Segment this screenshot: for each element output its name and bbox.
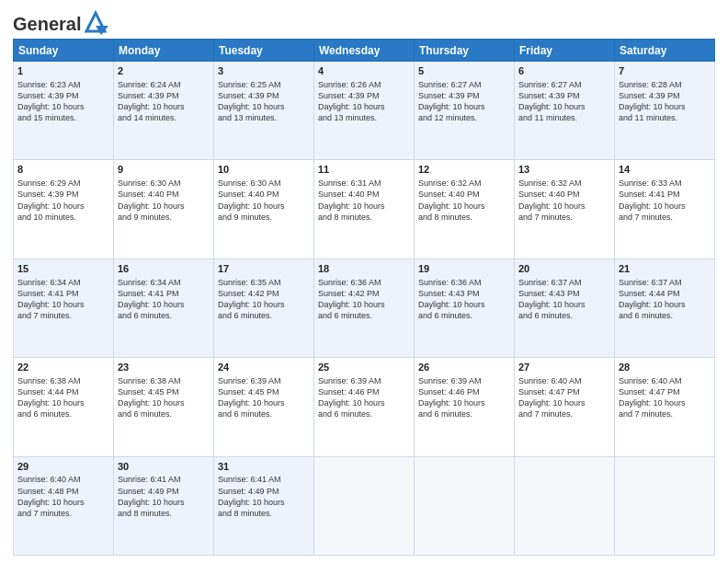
calendar-cell	[515, 456, 615, 555]
day-info: Sunrise: 6:32 AMSunset: 4:40 PMDaylight:…	[518, 178, 610, 223]
day-number: 19	[418, 262, 510, 276]
calendar-cell	[314, 456, 415, 555]
calendar-cell: 19Sunrise: 6:36 AMSunset: 4:43 PMDayligh…	[415, 259, 515, 357]
day-info: Sunrise: 6:36 AMSunset: 4:42 PMDaylight:…	[318, 277, 410, 322]
calendar-cell: 3Sunrise: 6:25 AMSunset: 4:39 PMDaylight…	[214, 62, 314, 160]
day-info: Sunrise: 6:29 AMSunset: 4:39 PMDaylight:…	[17, 178, 109, 223]
calendar-week-2: 8Sunrise: 6:29 AMSunset: 4:39 PMDaylight…	[14, 160, 715, 259]
day-number: 27	[518, 361, 610, 374]
day-info: Sunrise: 6:26 AMSunset: 4:39 PMDaylight:…	[318, 79, 410, 124]
col-header-saturday: Saturday	[615, 40, 715, 62]
calendar-cell: 12Sunrise: 6:32 AMSunset: 4:40 PMDayligh…	[415, 160, 515, 259]
calendar-cell: 26Sunrise: 6:39 AMSunset: 4:46 PMDayligh…	[415, 358, 515, 456]
calendar-cell: 15Sunrise: 6:34 AMSunset: 4:41 PMDayligh…	[14, 259, 114, 357]
day-info: Sunrise: 6:37 AMSunset: 4:44 PMDaylight:…	[619, 277, 711, 322]
day-info: Sunrise: 6:39 AMSunset: 4:46 PMDaylight:…	[418, 375, 510, 420]
calendar-cell: 22Sunrise: 6:38 AMSunset: 4:44 PMDayligh…	[14, 358, 114, 456]
day-number: 16	[118, 262, 210, 276]
day-info: Sunrise: 6:38 AMSunset: 4:45 PMDaylight:…	[118, 375, 210, 420]
day-number: 30	[118, 460, 210, 474]
logo-text-general: General	[13, 14, 81, 34]
calendar-cell	[615, 456, 715, 555]
calendar-cell: 30Sunrise: 6:41 AMSunset: 4:49 PMDayligh…	[114, 456, 214, 555]
calendar-cell: 1Sunrise: 6:23 AMSunset: 4:39 PMDaylight…	[14, 62, 114, 160]
calendar-cell: 31Sunrise: 6:41 AMSunset: 4:49 PMDayligh…	[214, 456, 314, 555]
day-number: 21	[619, 262, 711, 276]
day-info: Sunrise: 6:32 AMSunset: 4:40 PMDaylight:…	[418, 178, 510, 223]
day-number: 15	[17, 262, 109, 276]
day-number: 18	[318, 262, 410, 276]
day-number: 17	[218, 262, 310, 276]
day-info: Sunrise: 6:23 AMSunset: 4:39 PMDaylight:…	[17, 79, 109, 124]
day-info: Sunrise: 6:34 AMSunset: 4:41 PMDaylight:…	[17, 277, 109, 322]
day-info: Sunrise: 6:27 AMSunset: 4:39 PMDaylight:…	[518, 79, 610, 124]
calendar-cell: 21Sunrise: 6:37 AMSunset: 4:44 PMDayligh…	[615, 259, 715, 357]
day-number: 9	[118, 163, 210, 177]
calendar-cell: 28Sunrise: 6:40 AMSunset: 4:47 PMDayligh…	[615, 358, 715, 456]
calendar-cell: 25Sunrise: 6:39 AMSunset: 4:46 PMDayligh…	[314, 358, 415, 456]
calendar-cell: 20Sunrise: 6:37 AMSunset: 4:43 PMDayligh…	[515, 259, 615, 357]
day-info: Sunrise: 6:37 AMSunset: 4:43 PMDaylight:…	[518, 277, 610, 322]
day-number: 28	[619, 361, 711, 374]
logo: General	[13, 13, 108, 35]
day-info: Sunrise: 6:24 AMSunset: 4:39 PMDaylight:…	[118, 79, 210, 124]
day-number: 6	[518, 64, 610, 78]
calendar-header-row: SundayMondayTuesdayWednesdayThursdayFrid…	[14, 40, 715, 62]
col-header-monday: Monday	[114, 40, 214, 62]
day-number: 3	[218, 64, 310, 78]
col-header-sunday: Sunday	[14, 40, 114, 62]
day-number: 5	[418, 64, 510, 78]
header: General	[13, 9, 715, 35]
calendar-cell: 7Sunrise: 6:28 AMSunset: 4:39 PMDaylight…	[615, 62, 715, 160]
calendar-cell: 5Sunrise: 6:27 AMSunset: 4:39 PMDaylight…	[415, 62, 515, 160]
day-info: Sunrise: 6:30 AMSunset: 4:40 PMDaylight:…	[118, 178, 210, 223]
col-header-thursday: Thursday	[415, 40, 515, 62]
calendar-cell	[415, 456, 515, 555]
day-number: 11	[318, 163, 410, 177]
calendar-table: SundayMondayTuesdayWednesdayThursdayFrid…	[13, 39, 715, 556]
calendar-cell: 18Sunrise: 6:36 AMSunset: 4:42 PMDayligh…	[314, 259, 415, 357]
calendar-week-3: 15Sunrise: 6:34 AMSunset: 4:41 PMDayligh…	[14, 259, 715, 357]
calendar-cell: 4Sunrise: 6:26 AMSunset: 4:39 PMDaylight…	[314, 62, 415, 160]
calendar-cell: 13Sunrise: 6:32 AMSunset: 4:40 PMDayligh…	[515, 160, 615, 259]
calendar-week-4: 22Sunrise: 6:38 AMSunset: 4:44 PMDayligh…	[14, 358, 715, 456]
day-number: 4	[318, 64, 410, 78]
day-number: 25	[318, 361, 410, 374]
day-number: 20	[518, 262, 610, 276]
day-number: 10	[218, 163, 310, 177]
calendar-cell: 8Sunrise: 6:29 AMSunset: 4:39 PMDaylight…	[14, 160, 114, 259]
day-info: Sunrise: 6:30 AMSunset: 4:40 PMDaylight:…	[218, 178, 310, 223]
day-info: Sunrise: 6:39 AMSunset: 4:46 PMDaylight:…	[318, 375, 410, 420]
day-number: 23	[118, 361, 210, 374]
calendar-cell: 9Sunrise: 6:30 AMSunset: 4:40 PMDaylight…	[114, 160, 214, 259]
day-info: Sunrise: 6:27 AMSunset: 4:39 PMDaylight:…	[418, 79, 510, 124]
day-number: 2	[118, 64, 210, 78]
day-number: 31	[218, 460, 310, 474]
day-number: 8	[17, 163, 109, 177]
calendar-week-1: 1Sunrise: 6:23 AMSunset: 4:39 PMDaylight…	[14, 62, 715, 160]
day-number: 14	[619, 163, 711, 177]
day-number: 22	[17, 361, 109, 374]
day-number: 12	[418, 163, 510, 177]
day-info: Sunrise: 6:40 AMSunset: 4:47 PMDaylight:…	[518, 375, 610, 420]
day-info: Sunrise: 6:41 AMSunset: 4:49 PMDaylight:…	[218, 474, 310, 519]
calendar-cell: 29Sunrise: 6:40 AMSunset: 4:48 PMDayligh…	[14, 456, 114, 555]
calendar-cell: 23Sunrise: 6:38 AMSunset: 4:45 PMDayligh…	[114, 358, 214, 456]
day-number: 1	[17, 64, 109, 78]
day-info: Sunrise: 6:38 AMSunset: 4:44 PMDaylight:…	[17, 375, 109, 420]
day-number: 13	[518, 163, 610, 177]
calendar-cell: 2Sunrise: 6:24 AMSunset: 4:39 PMDaylight…	[114, 62, 214, 160]
day-info: Sunrise: 6:28 AMSunset: 4:39 PMDaylight:…	[619, 79, 711, 124]
calendar-cell: 10Sunrise: 6:30 AMSunset: 4:40 PMDayligh…	[214, 160, 314, 259]
day-info: Sunrise: 6:25 AMSunset: 4:39 PMDaylight:…	[218, 79, 310, 124]
day-info: Sunrise: 6:36 AMSunset: 4:43 PMDaylight:…	[418, 277, 510, 322]
calendar-cell: 14Sunrise: 6:33 AMSunset: 4:41 PMDayligh…	[615, 160, 715, 259]
calendar-cell: 24Sunrise: 6:39 AMSunset: 4:45 PMDayligh…	[214, 358, 314, 456]
day-info: Sunrise: 6:40 AMSunset: 4:47 PMDaylight:…	[619, 375, 711, 420]
day-info: Sunrise: 6:31 AMSunset: 4:40 PMDaylight:…	[318, 178, 410, 223]
day-info: Sunrise: 6:39 AMSunset: 4:45 PMDaylight:…	[218, 375, 310, 420]
calendar-week-5: 29Sunrise: 6:40 AMSunset: 4:48 PMDayligh…	[14, 456, 715, 555]
calendar-cell: 17Sunrise: 6:35 AMSunset: 4:42 PMDayligh…	[214, 259, 314, 357]
calendar-cell: 16Sunrise: 6:34 AMSunset: 4:41 PMDayligh…	[114, 259, 214, 357]
day-info: Sunrise: 6:41 AMSunset: 4:49 PMDaylight:…	[118, 474, 210, 519]
